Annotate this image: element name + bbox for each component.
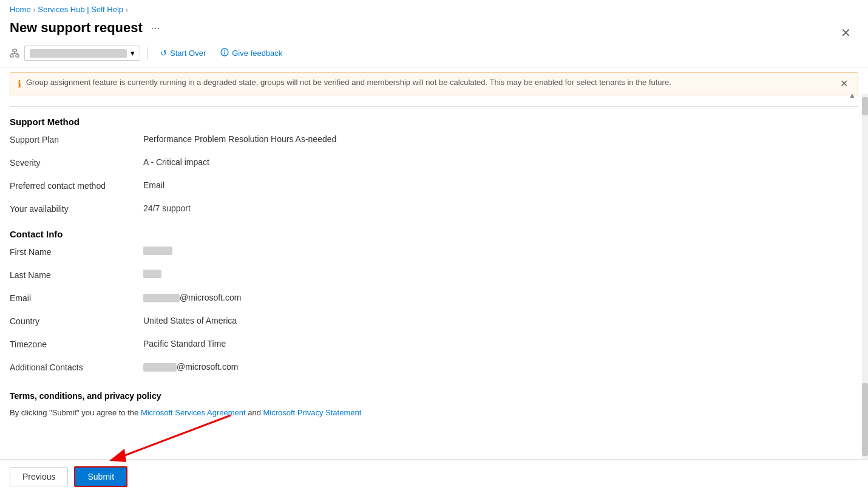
more-options-button[interactable]: ··· <box>147 21 164 36</box>
toolbar: ▾ ↺ Start Over Give feedback <box>0 42 868 67</box>
submit-button[interactable]: Submit <box>74 466 127 487</box>
give-feedback-button[interactable]: Give feedback <box>215 46 287 61</box>
last-name-blurred <box>143 270 161 278</box>
breadcrumb-sep2: › <box>126 6 128 13</box>
country-label: Country <box>10 316 143 326</box>
last-name-label: Last Name <box>10 270 143 280</box>
preferred-contact-row: Preferred contact method Email <box>10 180 858 195</box>
timezone-value: Pacific Standard Time <box>143 339 858 349</box>
close-button[interactable]: ✕ <box>836 23 856 43</box>
email-value: @microsoft.com <box>143 293 858 302</box>
breadcrumb-services-hub[interactable]: Services Hub | Self Help <box>38 5 123 14</box>
support-method-header: Support Method <box>10 117 858 127</box>
group-dropdown-value <box>30 49 127 58</box>
previous-button[interactable]: Previous <box>10 467 68 486</box>
first-name-value <box>143 247 858 256</box>
toolbar-separator <box>147 47 148 60</box>
first-name-blurred <box>143 247 172 255</box>
page-title: New support request <box>10 20 143 36</box>
additional-contacts-value: @microsoft.com <box>143 362 858 372</box>
footer-spacer <box>10 417 858 466</box>
svg-point-7 <box>221 49 228 56</box>
severity-value: A - Critical impact <box>143 157 858 167</box>
breadcrumb-sep1: › <box>33 6 36 13</box>
footer: Previous Submit <box>0 459 868 490</box>
email-prefix-blurred <box>143 294 180 302</box>
svg-rect-0 <box>13 49 16 52</box>
terms-pre-link1: By clicking "Submit" you agree to the <box>10 408 141 417</box>
start-over-label: Start Over <box>170 49 206 58</box>
give-feedback-label: Give feedback <box>232 49 282 58</box>
last-name-value <box>143 270 858 279</box>
first-name-label: First Name <box>10 247 143 257</box>
breadcrumb-home[interactable]: Home <box>10 5 31 14</box>
additional-contacts-blurred <box>143 363 177 372</box>
alert-message: Group assignment feature is currently ru… <box>26 78 671 87</box>
chevron-down-icon: ▾ <box>131 49 135 58</box>
alert-icon: ℹ <box>18 78 21 90</box>
svg-rect-2 <box>16 55 19 57</box>
severity-label: Severity <box>10 157 143 168</box>
timezone-label: Timezone <box>10 339 143 349</box>
terms-header: Terms, conditions, and privacy policy <box>10 391 858 401</box>
email-label: Email <box>10 293 143 303</box>
start-over-button[interactable]: ↺ Start Over <box>155 46 211 60</box>
email-row: Email @microsoft.com <box>10 293 858 307</box>
microsoft-privacy-statement-link[interactable]: Microsoft Privacy Statement <box>263 408 362 417</box>
content-area: Support Method Support Plan Performance … <box>0 100 868 490</box>
scroll-up-indicator: ▲ <box>849 91 856 100</box>
microsoft-services-agreement-link[interactable]: Microsoft Services Agreement <box>141 408 246 417</box>
contact-info-section: Contact Info First Name Last Name Email … <box>10 229 858 376</box>
svg-rect-1 <box>10 55 13 57</box>
terms-text: By clicking "Submit" you agree to the Mi… <box>10 408 858 417</box>
availability-row: Your availability 24/7 support <box>10 203 858 218</box>
feedback-icon <box>220 48 229 58</box>
breadcrumb: Home › Services Hub | Self Help › <box>0 0 868 16</box>
additional-contacts-label: Additional Contacts <box>10 362 143 372</box>
email-suffix: @microsoft.com <box>180 293 241 302</box>
first-name-row: First Name <box>10 247 858 261</box>
alert-close-button[interactable]: ✕ <box>838 78 850 89</box>
scrollbar-track[interactable] <box>862 94 868 459</box>
terms-between-links: and <box>246 408 263 417</box>
refresh-icon: ↺ <box>160 49 167 58</box>
support-plan-label: Support Plan <box>10 134 143 145</box>
support-method-section: Support Method Support Plan Performance … <box>10 106 858 218</box>
org-icon <box>10 49 19 58</box>
scrollbar-thumb-top <box>862 97 868 115</box>
country-value: United States of America <box>143 316 858 325</box>
contact-info-header: Contact Info <box>10 229 858 239</box>
group-dropdown[interactable]: ▾ <box>24 46 140 61</box>
page-header: New support request ··· <box>0 16 868 42</box>
preferred-contact-label: Preferred contact method <box>10 180 143 191</box>
severity-row: Severity A - Critical impact <box>10 157 858 172</box>
availability-label: Your availability <box>10 203 143 214</box>
scrollbar-thumb-bottom <box>862 383 868 456</box>
additional-contacts-row: Additional Contacts @microsoft.com <box>10 362 858 376</box>
svg-point-8 <box>224 50 225 52</box>
preferred-contact-value: Email <box>143 180 858 190</box>
alert-banner: ℹ Group assignment feature is currently … <box>10 72 858 95</box>
support-plan-row: Support Plan Performance Problem Resolut… <box>10 134 858 149</box>
timezone-row: Timezone Pacific Standard Time <box>10 339 858 353</box>
last-name-row: Last Name <box>10 270 858 284</box>
terms-section: Terms, conditions, and privacy policy By… <box>10 391 858 417</box>
availability-value: 24/7 support <box>143 203 858 213</box>
country-row: Country United States of America <box>10 316 858 330</box>
additional-contacts-suffix: @microsoft.com <box>177 362 238 372</box>
support-plan-value: Performance Problem Resolution Hours As-… <box>143 134 858 144</box>
